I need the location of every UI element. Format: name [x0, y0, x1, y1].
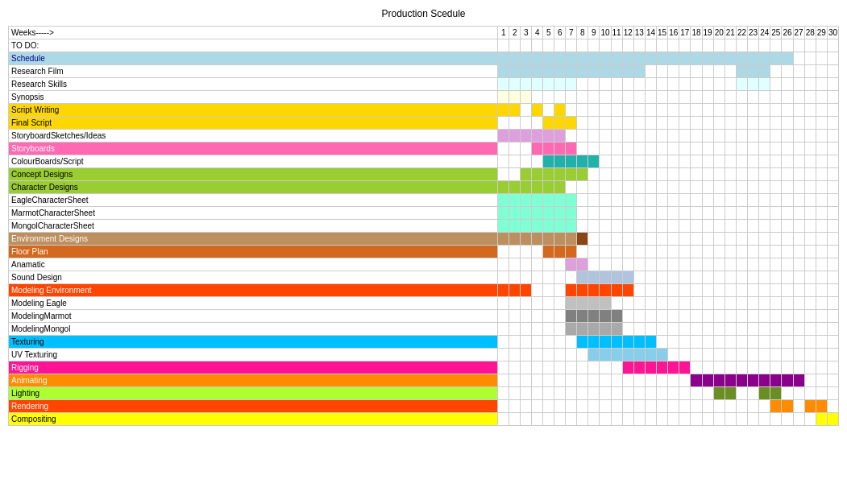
week-cell-17: [679, 387, 691, 400]
week-cell-28: [804, 130, 816, 143]
week-header-21: 21: [725, 27, 736, 39]
week-cell-18: [691, 323, 702, 336]
week-cell-18: [691, 361, 702, 374]
week-header-5: 5: [543, 27, 554, 39]
week-cell-19: [702, 130, 713, 143]
week-cell-4: [532, 349, 543, 361]
week-cell-20: [713, 374, 725, 387]
week-cell-27: [793, 39, 804, 52]
week-cell-2: [509, 104, 521, 117]
week-cell-21: [725, 233, 736, 246]
row-label: Lighting: [9, 387, 498, 400]
week-cell-22: [736, 323, 747, 336]
week-cell-15: [657, 130, 668, 143]
week-cell-18: [691, 78, 702, 91]
week-cell-14: [645, 258, 656, 271]
week-cell-10: [600, 155, 611, 168]
week-cell-16: [668, 78, 679, 91]
week-cell-6: [554, 271, 566, 284]
week-cell-6: [554, 155, 566, 168]
week-cell-8: [577, 349, 588, 361]
week-cell-25: [770, 194, 782, 207]
week-cell-5: [543, 336, 554, 349]
week-cell-10: [600, 310, 611, 323]
week-cell-16: [668, 130, 679, 143]
week-cell-19: [702, 349, 713, 361]
week-cell-16: [668, 168, 679, 181]
week-cell-4: [532, 181, 543, 194]
week-cell-20: [713, 400, 725, 413]
week-cell-19: [702, 258, 713, 271]
week-cell-22: [736, 155, 747, 168]
week-cell-6: [554, 297, 566, 310]
week-cell-6: [554, 194, 566, 207]
week-cell-14: [645, 271, 656, 284]
week-cell-2: [509, 39, 521, 52]
week-cell-5: [543, 143, 554, 155]
week-cell-17: [679, 271, 691, 284]
week-cell-1: [498, 104, 509, 117]
week-cell-24: [759, 207, 770, 220]
week-cell-1: [498, 130, 509, 143]
week-cell-14: [645, 400, 656, 413]
week-cell-28: [804, 39, 816, 52]
week-cell-7: [566, 220, 577, 233]
week-cell-24: [759, 104, 770, 117]
week-cell-1: [498, 155, 509, 168]
table-row: TO DO:: [9, 39, 839, 52]
week-cell-11: [611, 78, 622, 91]
week-cell-6: [554, 168, 566, 181]
week-cell-25: [770, 310, 782, 323]
week-cell-23: [748, 52, 759, 65]
week-cell-1: [498, 323, 509, 336]
week-cell-24: [759, 400, 770, 413]
week-cell-2: [509, 155, 521, 168]
week-cell-14: [645, 349, 656, 361]
week-cell-8: [577, 104, 588, 117]
week-cell-7: [566, 310, 577, 323]
week-cell-7: [566, 323, 577, 336]
week-cell-1: [498, 143, 509, 155]
week-cell-25: [770, 336, 782, 349]
week-cell-23: [748, 336, 759, 349]
week-cell-21: [725, 104, 736, 117]
week-cell-6: [554, 361, 566, 374]
week-cell-26: [782, 91, 793, 104]
week-cell-30: [827, 117, 838, 130]
week-header-12: 12: [622, 27, 633, 39]
week-cell-17: [679, 413, 691, 426]
week-cell-18: [691, 271, 702, 284]
week-cell-9: [588, 104, 600, 117]
week-cell-5: [543, 400, 554, 413]
week-cell-27: [793, 349, 804, 361]
week-cell-24: [759, 117, 770, 130]
week-cell-10: [600, 246, 611, 258]
week-cell-18: [691, 143, 702, 155]
week-cell-9: [588, 310, 600, 323]
week-cell-15: [657, 39, 668, 52]
week-cell-27: [793, 207, 804, 220]
week-cell-10: [600, 258, 611, 271]
week-cell-30: [827, 39, 838, 52]
week-cell-7: [566, 207, 577, 220]
week-cell-13: [633, 207, 645, 220]
row-label: ModelingMongol: [9, 323, 498, 336]
table-row: Animating: [9, 374, 839, 387]
week-cell-7: [566, 78, 577, 91]
week-cell-9: [588, 220, 600, 233]
week-cell-21: [725, 91, 736, 104]
week-cell-28: [804, 52, 816, 65]
week-cell-30: [827, 207, 838, 220]
week-cell-13: [633, 181, 645, 194]
week-cell-30: [827, 349, 838, 361]
week-cell-29: [816, 91, 827, 104]
week-cell-7: [566, 155, 577, 168]
week-cell-19: [702, 91, 713, 104]
week-cell-9: [588, 387, 600, 400]
week-cell-25: [770, 220, 782, 233]
week-cell-9: [588, 155, 600, 168]
table-row: Modeling Eagle: [9, 297, 839, 310]
row-label: ColourBoards/Script: [9, 155, 498, 168]
week-cell-6: [554, 310, 566, 323]
week-cell-4: [532, 155, 543, 168]
